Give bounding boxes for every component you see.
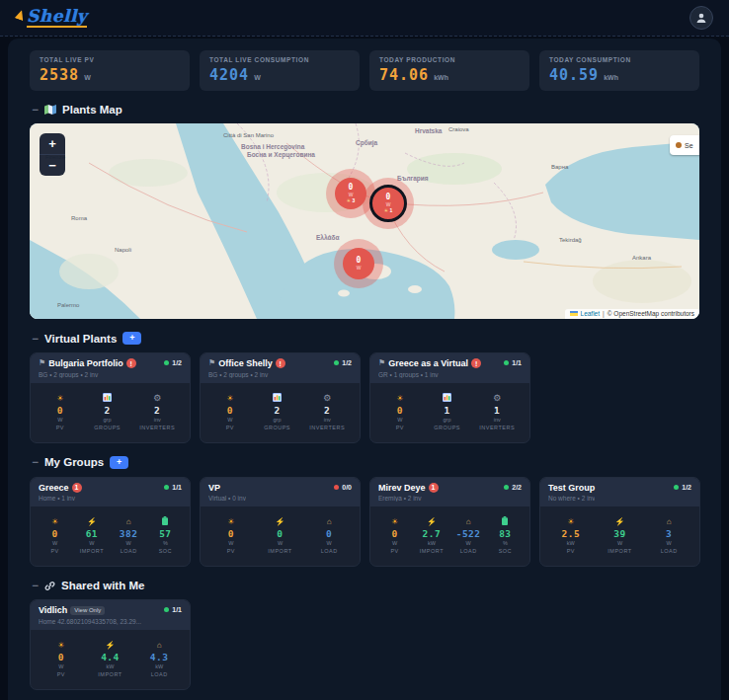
stat-label: INVERTERS — [479, 425, 515, 430]
battery-icon — [490, 516, 520, 527]
group-card[interactable]: VPVirtual • 0 inv0/0☀0WPV⚡0WIMPORT⌂0WLOA… — [200, 477, 361, 568]
stat-column: 83%SOC — [490, 516, 520, 554]
collapse-toggle[interactable]: − — [32, 333, 39, 345]
alert-badge[interactable]: 1 — [429, 483, 439, 493]
stat-label: IMPORT — [605, 548, 634, 554]
collapse-toggle[interactable]: − — [32, 104, 39, 116]
stat-value: 2 — [93, 405, 122, 416]
stat-value: 4.3 — [144, 652, 174, 662]
shared-plant-card[interactable]: VidlichView OnlyHome 42.68021094335708, … — [30, 599, 191, 690]
map-corner-button[interactable]: Se — [670, 135, 699, 155]
virtual-plant-card[interactable]: ⚑Greece as a Virtual!GR • 1 groups • 1 i… — [369, 352, 530, 443]
add-group-button[interactable]: + — [110, 456, 128, 469]
status-count: 2/2 — [512, 484, 522, 491]
stat-value: 0 — [45, 405, 75, 416]
lightning-icon: ⚡ — [605, 516, 634, 527]
lightning-icon: ⚡ — [265, 516, 294, 527]
stat-unit: kWh — [604, 74, 618, 81]
stat-unit: W — [654, 540, 684, 546]
summary-stat-card: TODAY PRODUCTION74.06kWh — [369, 50, 529, 91]
stat-value: 1 — [479, 405, 515, 416]
collapse-toggle[interactable]: − — [32, 456, 39, 468]
map-marker-selected[interactable]: 0W☀ 1 — [369, 185, 407, 222]
map-icon — [44, 105, 56, 115]
stat-column: ⚙2invINVERTERS — [309, 393, 345, 430]
summary-stats-row: TOTAL LIVE PV2538WTOTAL LIVE CONSUMPTION… — [30, 50, 699, 91]
group-card[interactable]: Greece1Home • 1 inv1/1☀0WPV⚡61WIMPORT⌂38… — [30, 477, 191, 568]
alert-badge[interactable]: ! — [126, 358, 136, 368]
virtual-plant-card[interactable]: ⚑Bulgaria Portfolio!BG • 2 groups • 2 in… — [30, 352, 191, 443]
stat-unit: W — [265, 540, 294, 546]
stat-value: 61 — [77, 528, 107, 539]
house-icon: ⌂ — [453, 516, 483, 527]
stat-value: 2538 — [40, 66, 79, 84]
sun-icon: ☀ — [385, 393, 415, 404]
card-subtitle: Virtual • 0 inv — [208, 495, 246, 502]
stat-unit: grp — [93, 417, 122, 423]
stat-unit: W — [385, 417, 415, 423]
stat-label: IMPORT — [95, 671, 124, 677]
map-place-label: Србија — [356, 139, 377, 147]
virtual-plants-title: Virtual Plants — [44, 333, 117, 345]
stat-value: 0 — [216, 528, 246, 539]
leaflet-link[interactable]: Leaflet — [581, 310, 601, 317]
alert-badge[interactable]: 1 — [72, 483, 82, 493]
stat-unit: % — [490, 540, 520, 546]
group-card[interactable]: Mirev Deye1Eremiya • 2 inv2/2☀0WPV⚡2.7kW… — [369, 477, 530, 568]
online-status: 1/2 — [674, 484, 691, 491]
stat-column: ⚡2.7kWIMPORT — [417, 516, 446, 554]
flag-icon: ⚑ — [208, 359, 215, 367]
stat-label: PV — [556, 548, 586, 554]
zoom-in-button[interactable]: + — [40, 133, 65, 154]
alert-badge[interactable]: ! — [471, 358, 481, 368]
map-place-label: Hrvatska — [415, 127, 443, 134]
virtual-plant-card[interactable]: ⚑Office Shelly!BG • 2 groups • 2 inv1/2☀… — [200, 352, 361, 443]
stat-label: LOAD — [314, 548, 344, 554]
lightning-icon: ⚡ — [95, 640, 124, 651]
status-dot — [164, 360, 169, 365]
house-icon: ⌂ — [314, 516, 344, 527]
sun-icon: ☀ — [556, 516, 586, 527]
shelly-logo[interactable]: Shelly — [16, 8, 87, 28]
map-place-label: Босна и Херцеговина — [247, 151, 315, 159]
osm-attribution[interactable]: © OpenStreetMap contributors — [608, 310, 694, 317]
stat-unit: W — [77, 540, 107, 546]
stat-column: ⚙2invINVERTERS — [139, 393, 175, 430]
stat-unit: kWh — [434, 74, 448, 81]
map-marker[interactable]: 0W — [343, 248, 374, 279]
summary-stat-card: TOTAL LIVE CONSUMPTION4204W — [200, 50, 360, 91]
stat-unit: grp — [433, 417, 462, 423]
stat-unit: W — [46, 663, 76, 669]
navbar: Shelly — [0, 0, 729, 37]
alert-badge[interactable]: ! — [276, 358, 285, 368]
status-count: 1/2 — [682, 484, 691, 491]
stat-label: TODAY CONSUMPTION — [549, 56, 689, 63]
stat-value: 74.06 — [379, 66, 429, 84]
plants-map[interactable]: Città di San MarinoHrvatskaBosna i Herce… — [30, 123, 699, 319]
add-virtual-plant-button[interactable]: + — [122, 332, 141, 345]
stat-label: LOAD — [453, 548, 483, 554]
stat-label: IMPORT — [417, 548, 446, 554]
card-stats: ☀0WPV⚡61WIMPORT⌂382WLOAD57%SOC — [31, 506, 190, 566]
lightning-icon: ⚡ — [417, 516, 446, 527]
card-name: Greece — [39, 483, 69, 493]
card-name: Mirev Deye — [378, 483, 426, 493]
status-dot — [334, 485, 339, 490]
stat-value: 57 — [150, 528, 180, 539]
collapse-toggle[interactable]: − — [32, 580, 39, 591]
stat-value: 2.7 — [417, 528, 446, 539]
map-marker[interactable]: 0W☀ 3 — [335, 178, 366, 209]
zoom-out-button[interactable]: − — [40, 154, 65, 176]
user-menu-button[interactable] — [689, 6, 713, 30]
stat-unit: % — [150, 540, 180, 546]
online-status: 1/1 — [164, 484, 182, 491]
ukraine-flag-icon — [570, 311, 578, 316]
group-card[interactable]: Test GroupNo where • 2 inv1/2☀2.5kWPV⚡39… — [539, 477, 700, 568]
stat-unit: W — [380, 540, 410, 546]
stat-column: ☀0WPV — [385, 393, 415, 430]
summary-stat-card: TODAY CONSUMPTION40.59kWh — [539, 50, 699, 91]
chart-icon — [263, 393, 292, 404]
sun-icon: ☀ — [380, 516, 410, 527]
stat-column: ⌂-522WLOAD — [453, 516, 483, 554]
stat-value: 2 — [139, 405, 175, 416]
